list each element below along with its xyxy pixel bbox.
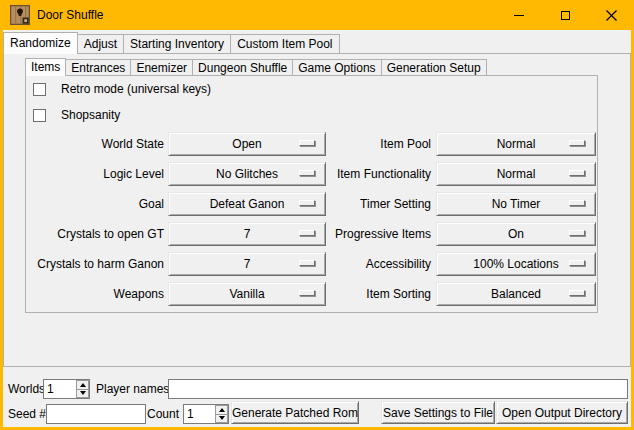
item-pool-value: Normal xyxy=(497,137,536,151)
world-state-value: Open xyxy=(232,137,261,151)
timer-setting-value: No Timer xyxy=(492,197,541,211)
count-spin-down-button[interactable] xyxy=(215,414,228,424)
progressive-items-label: Progressive Items xyxy=(276,227,431,241)
maximize-icon xyxy=(561,11,570,20)
world-state-label: World State xyxy=(26,137,164,151)
close-icon xyxy=(606,10,617,21)
tab-game-options[interactable]: Game Options xyxy=(292,59,381,75)
crystals-harm-ganon-value: 7 xyxy=(244,257,251,271)
item-functionality-dropdown[interactable]: Normal xyxy=(436,162,596,186)
weapons-value: Vanilla xyxy=(229,287,264,301)
worlds-spin-buttons xyxy=(76,380,89,398)
retro-mode-row: Retro mode (universal keys) xyxy=(33,82,211,96)
tab-randomize[interactable]: Randomize xyxy=(3,32,78,54)
arrow-down-icon xyxy=(80,391,86,395)
timer-setting-label: Timer Setting xyxy=(276,197,431,211)
tab-custom-item-pool[interactable]: Custom Item Pool xyxy=(230,34,339,53)
player-names-label: Player names xyxy=(96,379,169,399)
count-input[interactable] xyxy=(184,405,214,423)
window-body: Randomize Adjust Starting Inventory Cust… xyxy=(3,30,631,427)
crystals-open-gt-label: Crystals to open GT xyxy=(26,227,164,241)
retro-mode-checkbox[interactable] xyxy=(33,83,46,96)
app-window: Door Shuffle Randomize Adjust Starting I… xyxy=(0,0,634,430)
timer-setting-dropdown[interactable]: No Timer xyxy=(436,192,596,216)
logic-level-value: No Glitches xyxy=(216,167,278,181)
crystals-open-gt-value: 7 xyxy=(244,227,251,241)
progressive-items-row: Progressive Items On xyxy=(276,222,596,246)
caption-buttons xyxy=(496,0,634,30)
minimize-icon xyxy=(514,15,524,16)
dropdown-indicator-icon xyxy=(569,200,585,206)
player-names-input[interactable] xyxy=(168,379,628,399)
worlds-input[interactable] xyxy=(44,380,75,398)
items-tab-pane: Retro mode (universal keys) Shopsanity W… xyxy=(25,75,598,313)
item-functionality-label: Item Functionality xyxy=(276,167,431,181)
tab-adjust[interactable]: Adjust xyxy=(77,34,124,53)
generate-patched-rom-button[interactable]: Generate Patched Rom xyxy=(231,401,359,424)
arrow-up-icon xyxy=(80,383,86,387)
window-title: Door Shuffle xyxy=(37,8,104,22)
item-functionality-value: Normal xyxy=(497,167,536,181)
tab-items[interactable]: Items xyxy=(25,58,66,76)
progressive-items-dropdown[interactable]: On xyxy=(436,222,596,246)
sub-tab-bar: Items Entrances Enemizer Dungeon Shuffle… xyxy=(25,57,486,75)
shopsanity-label: Shopsanity xyxy=(61,108,120,122)
worlds-spin-down-button[interactable] xyxy=(76,389,89,399)
dropdown-indicator-icon xyxy=(569,140,585,146)
goal-label: Goal xyxy=(26,197,164,211)
arrow-down-icon xyxy=(219,416,225,420)
item-sorting-label: Item Sorting xyxy=(276,287,431,301)
item-sorting-dropdown[interactable]: Balanced xyxy=(436,282,596,306)
item-sorting-row: Item Sorting Balanced xyxy=(276,282,596,306)
accessibility-row: Accessibility 100% Locations xyxy=(276,252,596,276)
crystals-harm-ganon-label: Crystals to harm Ganon xyxy=(26,257,164,271)
shopsanity-row: Shopsanity xyxy=(33,108,120,122)
tab-dungeon-shuffle[interactable]: Dungeon Shuffle xyxy=(192,59,293,75)
tab-enemizer[interactable]: Enemizer xyxy=(130,59,193,75)
logic-level-label: Logic Level xyxy=(26,167,164,181)
shopsanity-checkbox[interactable] xyxy=(33,109,46,122)
item-pool-label: Item Pool xyxy=(276,137,431,151)
count-spinbox xyxy=(183,404,229,424)
accessibility-label: Accessibility xyxy=(276,257,431,271)
dropdown-indicator-icon xyxy=(569,230,585,236)
dropdown-indicator-icon xyxy=(569,260,585,266)
minimize-button[interactable] xyxy=(496,0,542,30)
item-functionality-row: Item Functionality Normal xyxy=(276,162,596,186)
item-sorting-value: Balanced xyxy=(491,287,541,301)
weapons-label: Weapons xyxy=(26,287,164,301)
timer-setting-row: Timer Setting No Timer xyxy=(276,192,596,216)
item-pool-dropdown[interactable]: Normal xyxy=(436,132,596,156)
tab-entrances[interactable]: Entrances xyxy=(65,59,131,75)
door-icon xyxy=(10,5,30,25)
arrow-up-icon xyxy=(219,408,225,412)
item-pool-row: Item Pool Normal xyxy=(276,132,596,156)
main-tab-bar: Randomize Adjust Starting Inventory Cust… xyxy=(3,31,339,53)
tab-generation-setup[interactable]: Generation Setup xyxy=(381,59,487,75)
goal-value: Defeat Ganon xyxy=(210,197,285,211)
tab-starting-inventory[interactable]: Starting Inventory xyxy=(123,34,231,53)
progressive-items-value: On xyxy=(508,227,524,241)
save-settings-button[interactable]: Save Settings to File xyxy=(381,401,495,424)
open-output-directory-button[interactable]: Open Output Directory xyxy=(496,401,628,424)
count-spin-buttons xyxy=(215,405,228,423)
accessibility-value: 100% Locations xyxy=(473,257,558,271)
worlds-label: Worlds xyxy=(8,379,45,399)
close-button[interactable] xyxy=(588,0,634,30)
seed-input[interactable] xyxy=(46,404,146,424)
options-column-right: Item Pool Normal Item Functionality Norm… xyxy=(276,132,596,312)
dropdown-indicator-icon xyxy=(569,290,585,296)
titlebar: Door Shuffle xyxy=(0,0,634,30)
maximize-button[interactable] xyxy=(542,0,588,30)
count-label: Count xyxy=(147,404,179,424)
accessibility-dropdown[interactable]: 100% Locations xyxy=(436,252,596,276)
worlds-spinbox xyxy=(43,379,90,399)
seed-label: Seed # xyxy=(8,404,46,424)
retro-mode-label: Retro mode (universal keys) xyxy=(61,82,211,96)
dropdown-indicator-icon xyxy=(569,170,585,176)
